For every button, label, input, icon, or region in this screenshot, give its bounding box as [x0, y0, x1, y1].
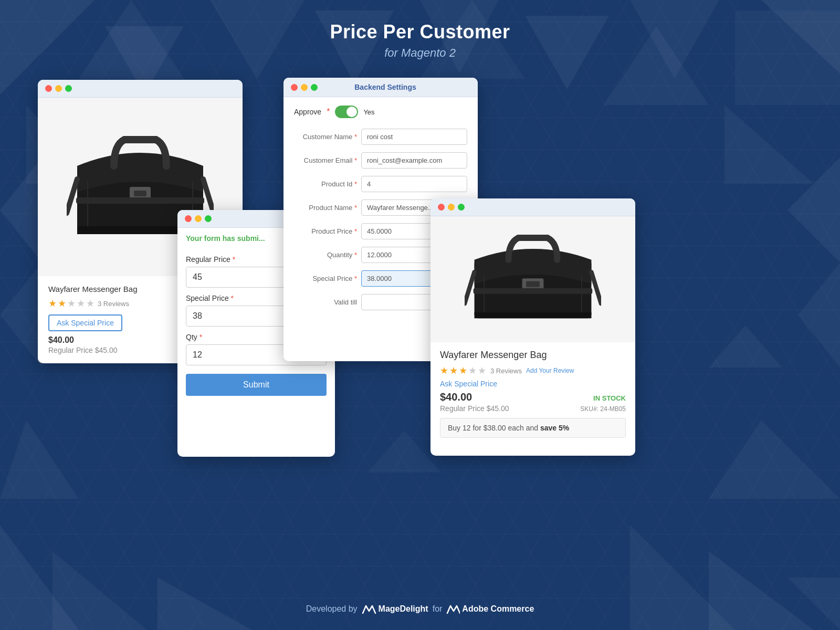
window-close-btn-backend[interactable]	[291, 84, 298, 91]
field-product-id: Product Id *	[294, 176, 467, 192]
detail-stars: ★ ★ ★ ★ ★	[440, 365, 486, 376]
window-minimize-btn-detail[interactable]	[448, 204, 455, 211]
window-close-btn-left[interactable]	[45, 85, 52, 92]
magedelight-logo: MageDelight	[362, 604, 428, 614]
product-detail-image-area	[430, 216, 635, 342]
detail-price: $40.00	[440, 391, 472, 403]
magedelight-name: MageDelight	[379, 604, 428, 614]
product-price-label: Product Price *	[294, 227, 357, 235]
toggle-yes-label: Yes	[363, 108, 374, 116]
toggle-knob	[346, 107, 357, 117]
product-bag-image-right	[465, 227, 601, 332]
reviews-count-left: 3 Reviews	[98, 300, 129, 308]
backend-settings-title: Backend Settings	[300, 83, 470, 91]
svg-marker-27	[0, 420, 79, 499]
approve-required: *	[327, 107, 330, 117]
svg-marker-28	[709, 420, 840, 499]
bulk-offer-text: Buy 12 for $38.00 each and	[448, 424, 538, 432]
field-customer-name: Customer Name *	[294, 129, 467, 145]
detail-sku: SKU#: 24-MB05	[580, 405, 626, 413]
adobe-commerce-name: Adobe Commerce	[462, 604, 534, 614]
detail-star-1: ★	[440, 365, 448, 376]
quantity-label: Quantity *	[294, 251, 357, 259]
product-detail-card: Wayfarer Messenger Bag ★ ★ ★ ★ ★ 3 Revie…	[430, 198, 635, 456]
window-close-btn-form[interactable]	[185, 215, 192, 222]
svg-marker-18	[0, 262, 42, 368]
svg-marker-15	[788, 158, 840, 262]
window-titlebar-detail	[430, 198, 635, 216]
star-5-left: ★	[86, 298, 94, 309]
bulk-offer-box: Buy 12 for $38.00 each and save 5%	[440, 418, 626, 438]
svg-marker-17	[0, 158, 42, 262]
svg-marker-22	[709, 326, 782, 368]
svg-marker-23	[368, 430, 441, 472]
footer-developed-by: Developed by	[306, 604, 358, 614]
window-minimize-btn-left[interactable]	[55, 85, 62, 92]
svg-line-33	[203, 179, 214, 213]
star-1-left: ★	[48, 298, 57, 309]
svg-line-34	[67, 179, 77, 213]
regular-price-required: *	[233, 255, 235, 264]
window-titlebar-left	[38, 80, 243, 98]
customer-email-input[interactable]	[361, 152, 467, 169]
footer-for: for	[433, 604, 443, 614]
add-review-link[interactable]: Add Your Review	[526, 367, 574, 374]
window-maximize-btn-form[interactable]	[205, 215, 212, 222]
ask-special-price-btn-detail[interactable]: Ask Special Price	[440, 380, 626, 388]
star-2-left: ★	[58, 298, 66, 309]
detail-regular-row: Regular Price $45.00 SKU#: 24-MB05	[440, 404, 626, 413]
customer-email-label: Customer Email *	[294, 156, 357, 164]
bulk-offer-bold: save 5%	[540, 424, 569, 432]
window-close-btn-detail[interactable]	[438, 204, 445, 211]
valid-till-label: Valid till	[294, 298, 357, 306]
special-price-label-backend: Special Price *	[294, 275, 357, 282]
special-price-required: *	[231, 294, 234, 302]
svg-marker-10	[52, 551, 147, 630]
window-maximize-btn-detail[interactable]	[458, 204, 465, 211]
svg-rect-32	[76, 197, 204, 204]
product-id-input[interactable]	[361, 176, 467, 192]
detail-star-5: ★	[478, 365, 486, 376]
star-4-left: ★	[77, 298, 85, 309]
approve-toggle[interactable]	[335, 106, 358, 118]
submit-button[interactable]: Submit	[186, 374, 327, 396]
detail-price-row: $40.00 IN STOCK	[440, 391, 626, 403]
svg-line-42	[591, 272, 601, 303]
detail-star-2: ★	[449, 365, 458, 376]
stars-left: ★ ★ ★ ★ ★	[48, 298, 94, 309]
magedelight-logo-icon	[362, 604, 376, 614]
window-titlebar-backend: Backend Settings	[284, 78, 478, 97]
customer-name-input[interactable]	[361, 129, 467, 145]
window-maximize-btn-left[interactable]	[65, 85, 72, 92]
svg-rect-40	[526, 281, 540, 287]
qty-required: *	[200, 333, 202, 341]
detail-star-4: ★	[468, 365, 477, 376]
approve-row: Approve * Yes	[294, 106, 467, 118]
page-subtitle: for Magento 2	[0, 46, 840, 60]
detail-regular-price: Regular Price $45.00	[440, 404, 509, 413]
approve-label: Approve	[294, 108, 321, 116]
product-detail-info: Wayfarer Messenger Bag ★ ★ ★ ★ ★ 3 Revie…	[430, 342, 635, 445]
adobe-logo-icon	[446, 604, 460, 614]
svg-marker-13	[709, 551, 814, 630]
page-header: Price Per Customer for Magento 2	[0, 0, 840, 60]
svg-rect-31	[134, 191, 146, 196]
svg-line-43	[465, 272, 475, 303]
detail-stars-row: ★ ★ ★ ★ ★ 3 Reviews Add Your Review	[440, 365, 626, 376]
svg-rect-46	[475, 312, 592, 318]
customer-name-label: Customer Name *	[294, 133, 357, 141]
in-stock-badge: IN STOCK	[593, 394, 626, 402]
svg-marker-12	[630, 525, 735, 630]
product-name-label: Product Name *	[294, 204, 357, 212]
ask-special-price-btn-left[interactable]: Ask Special Price	[48, 314, 122, 331]
svg-marker-20	[724, 105, 814, 184]
field-customer-email: Customer Email *	[294, 152, 467, 169]
detail-reviews-count: 3 Reviews	[490, 367, 522, 375]
page-title: Price Per Customer	[0, 21, 840, 43]
star-3-left: ★	[67, 298, 76, 309]
window-minimize-btn-form[interactable]	[195, 215, 202, 222]
detail-product-name: Wayfarer Messenger Bag	[440, 350, 626, 361]
page-footer: Developed by MageDelight for Adobe Comme…	[0, 604, 840, 614]
product-id-label: Product Id *	[294, 180, 357, 188]
adobe-commerce-logo: Adobe Commerce	[446, 604, 534, 614]
